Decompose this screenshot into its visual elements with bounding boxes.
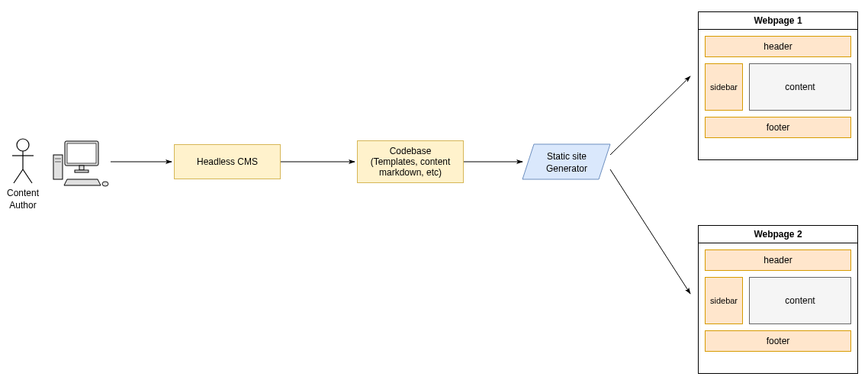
diagram-canvas: ContentAuthor Headless CMS Codebase(Temp… [0,0,868,383]
svg-rect-7 [79,166,84,170]
webpage-1-title: Webpage 1 [699,12,857,30]
computer-icon [53,141,108,186]
svg-point-12 [102,182,108,186]
content-author-label: ContentAuthor [6,188,40,211]
webpage-2-header: header [705,249,851,271]
webpage-1-sidebar: sidebar [705,63,743,111]
svg-rect-6 [67,143,96,163]
webpage-2-sidebar: sidebar [705,277,743,324]
headless-cms-node: Headless CMS [174,144,281,179]
arrow-ssg-to-page1 [610,76,690,155]
svg-line-4 [23,169,32,183]
codebase-label: Codebase(Templates, contentmarkdown, etc… [371,146,451,178]
webpage-2-title: Webpage 2 [699,226,857,243]
svg-rect-8 [75,170,88,172]
svg-line-3 [14,169,23,183]
webpage-2-content: content [749,277,851,324]
webpage-1-content: content [749,63,851,111]
content-author-icon [12,139,34,183]
codebase-node: Codebase(Templates, contentmarkdown, etc… [357,140,464,183]
ssg-label: Static siteGenerator [535,151,598,175]
headless-cms-label: Headless CMS [197,156,258,167]
webpage-1-header: header [705,36,851,57]
svg-point-0 [17,139,29,151]
webpage-2-container: Webpage 2 header sidebar content footer [698,225,858,374]
arrow-ssg-to-page2 [610,169,690,294]
webpage-2-footer: footer [705,330,851,352]
webpage-1-container: Webpage 1 header sidebar content footer [698,11,858,160]
webpage-1-footer: footer [705,117,851,138]
